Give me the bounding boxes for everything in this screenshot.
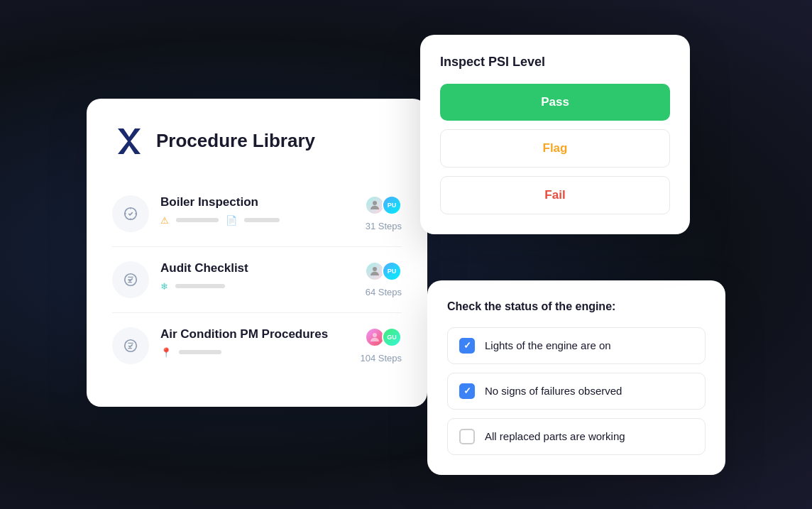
checkbox-item-2[interactable]: ✓ No signs of failures observed xyxy=(447,373,706,410)
tag-bar-2 xyxy=(244,218,280,222)
checkbox-item-1[interactable]: ✓ Lights of the engine are on xyxy=(447,327,706,364)
avatars-audit: PU xyxy=(365,261,402,281)
avatars-boiler: PU xyxy=(365,195,402,215)
item-content-audit: Audit Checklist ❄ xyxy=(160,261,353,292)
item-right-audit: PU 64 Steps xyxy=(365,261,402,297)
checkbox-item-3[interactable]: All replaced parts are working xyxy=(447,418,706,455)
engine-status-title: Check the status of the engine: xyxy=(447,300,706,313)
item-right-air: GU 104 Steps xyxy=(360,327,402,363)
procedure-library-title: Procedure Library xyxy=(156,130,315,152)
svg-point-5 xyxy=(373,333,377,337)
item-icon-air xyxy=(112,327,149,364)
checkmark-icon-2: ✓ xyxy=(463,385,471,396)
item-content-boiler: Boiler Inspection ⚠ 📄 xyxy=(160,195,353,226)
avatars-air: GU xyxy=(365,327,402,347)
tag-bar-3 xyxy=(175,284,225,288)
procedure-library-card: Procedure Library Boiler Inspection ⚠ xyxy=(87,99,427,407)
procedure-list: Boiler Inspection ⚠ 📄 PU xyxy=(112,181,402,378)
checkbox-label-2: No signs of failures observed xyxy=(485,385,622,397)
checkbox-2[interactable]: ✓ xyxy=(459,383,475,399)
fail-button[interactable]: Fail xyxy=(440,176,670,214)
steps-count-air: 104 Steps xyxy=(360,353,402,363)
checkbox-1[interactable]: ✓ xyxy=(459,338,475,354)
avatar: PU xyxy=(382,261,402,281)
list-item[interactable]: Boiler Inspection ⚠ 📄 PU xyxy=(112,181,402,247)
item-content-air: Air Condition PM Procedures 📍 xyxy=(160,327,349,358)
item-name-boiler: Boiler Inspection xyxy=(160,195,353,209)
item-tags-audit: ❄ xyxy=(160,281,353,292)
item-icon-audit xyxy=(112,261,149,298)
logo-x-icon xyxy=(112,124,146,158)
avatar: PU xyxy=(382,195,402,215)
svg-point-1 xyxy=(373,201,377,205)
item-right-boiler: PU 31 Steps xyxy=(365,195,402,231)
checkbox-label-3: All replaced parts are working xyxy=(485,430,625,442)
warning-icon: ⚠ xyxy=(160,215,169,226)
procedure-header: Procedure Library xyxy=(112,124,402,158)
steps-count-audit: 64 Steps xyxy=(366,287,402,297)
item-name-audit: Audit Checklist xyxy=(160,261,353,275)
item-tags-air: 📍 xyxy=(160,347,349,358)
flag-button[interactable]: Flag xyxy=(440,129,670,168)
checkbox-3[interactable] xyxy=(459,429,475,444)
checkmark-icon-1: ✓ xyxy=(463,340,471,351)
snowflake-icon: ❄ xyxy=(160,281,168,292)
inspect-psi-card: Inspect PSI Level Pass Flag Fail xyxy=(420,35,690,234)
checkbox-label-1: Lights of the engine are on xyxy=(485,339,611,351)
item-name-air: Air Condition PM Procedures xyxy=(160,327,349,341)
tag-bar-4 xyxy=(179,350,221,354)
svg-point-3 xyxy=(373,267,377,271)
item-tags-boiler: ⚠ 📄 xyxy=(160,215,353,226)
pin-icon: 📍 xyxy=(160,347,172,358)
tag-bar-1 xyxy=(176,218,219,222)
list-item[interactable]: Audit Checklist ❄ PU 64 Steps xyxy=(112,247,402,313)
avatar: GU xyxy=(382,327,402,347)
doc-icon: 📄 xyxy=(226,215,237,226)
pass-button[interactable]: Pass xyxy=(440,84,670,121)
steps-count-boiler: 31 Steps xyxy=(366,221,402,231)
item-icon-boiler xyxy=(112,195,149,232)
inspect-psi-title: Inspect PSI Level xyxy=(440,55,670,70)
engine-status-card: Check the status of the engine: ✓ Lights… xyxy=(427,280,725,475)
list-item[interactable]: Air Condition PM Procedures 📍 GU 104 Ste… xyxy=(112,313,402,378)
